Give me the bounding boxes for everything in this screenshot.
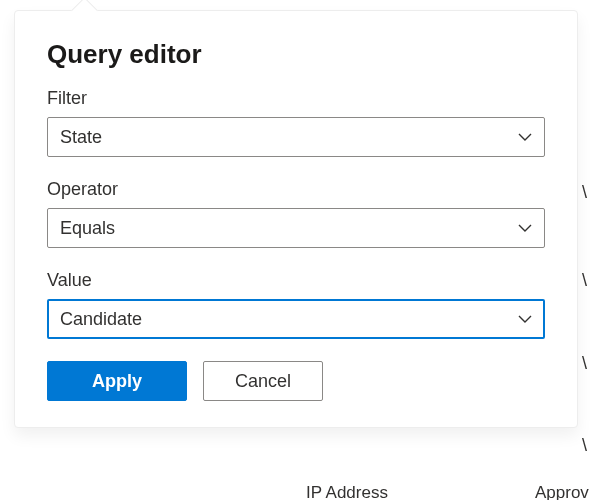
- chevron-down-icon: [518, 221, 532, 235]
- cancel-button[interactable]: Cancel: [203, 361, 323, 401]
- value-select-value: Candidate: [60, 309, 142, 330]
- operator-field: Operator Equals: [47, 179, 545, 248]
- value-select[interactable]: Candidate: [47, 299, 545, 339]
- query-editor-panel: Query editor Filter State Operator Equal…: [14, 10, 578, 428]
- apply-button[interactable]: Apply: [47, 361, 187, 401]
- background-column-approv: Approv: [535, 483, 589, 500]
- bg-mark-2: \: [582, 270, 587, 291]
- operator-select-value: Equals: [60, 218, 115, 239]
- value-field: Value Candidate: [47, 270, 545, 339]
- filter-select[interactable]: State: [47, 117, 545, 157]
- bg-mark-1: \: [582, 182, 587, 203]
- bg-mark-3: \: [582, 353, 587, 374]
- chevron-down-icon: [518, 130, 532, 144]
- panel-title: Query editor: [47, 39, 545, 70]
- filter-select-value: State: [60, 127, 102, 148]
- filter-field: Filter State: [47, 88, 545, 157]
- bg-mark-4: \: [582, 435, 587, 456]
- background-column-ip: IP Address: [306, 483, 388, 500]
- operator-label: Operator: [47, 179, 545, 200]
- operator-select[interactable]: Equals: [47, 208, 545, 248]
- filter-label: Filter: [47, 88, 545, 109]
- button-row: Apply Cancel: [47, 361, 545, 401]
- chevron-down-icon: [518, 312, 532, 326]
- value-label: Value: [47, 270, 545, 291]
